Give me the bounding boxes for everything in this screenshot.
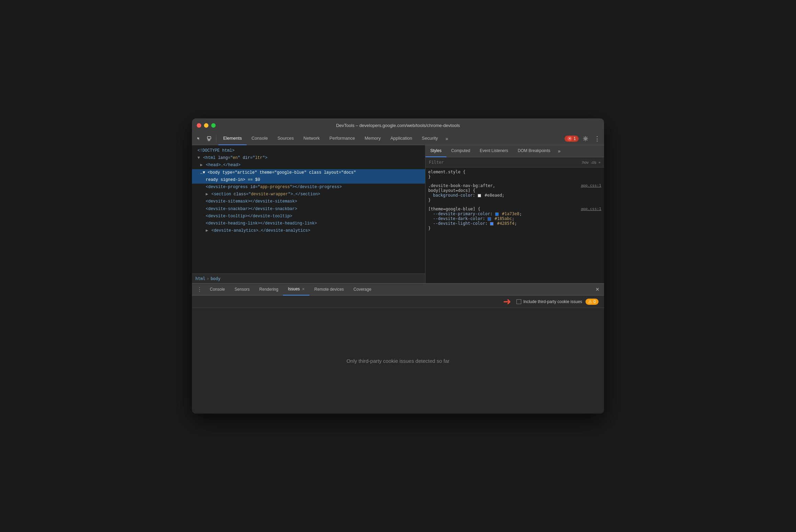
tab-more-button[interactable]: » — [443, 136, 451, 141]
tab-dom-breakpoints[interactable]: DOM Breakpoints — [513, 145, 555, 157]
expand-analytics-icon[interactable] — [206, 228, 208, 233]
tab-security[interactable]: Security — [417, 132, 443, 145]
color-swatch-185abc[interactable] — [488, 217, 491, 221]
more-options-icon-button[interactable]: ⋮ — [592, 134, 602, 143]
dom-devsite-analytics[interactable]: <devsite-analytics>…</devsite-analytics> — [192, 227, 425, 234]
bottom-tabs: ⋮ Console Sensors Rendering Issues × Rem… — [192, 284, 604, 296]
tab-issues[interactable]: Issues × — [283, 284, 309, 296]
issues-empty-state: Only third-party cookie issues detected … — [192, 308, 604, 414]
close-bottom-panel-button[interactable]: × — [593, 286, 602, 293]
add-style-button[interactable]: + — [599, 160, 601, 164]
tab-console[interactable]: Console — [247, 132, 273, 145]
tab-sensors[interactable]: Sensors — [230, 284, 254, 296]
minimize-traffic-light[interactable] — [204, 123, 208, 128]
error-count-badge[interactable]: ✕ 1 — [565, 136, 579, 142]
warning-count-badge: ⚠ 0 — [585, 299, 599, 305]
window-title: DevTools – developers.google.com/web/too… — [336, 123, 460, 128]
error-count: 1 — [573, 136, 576, 141]
dom-body[interactable]: …▼ <body type="article" theme="google-bl… — [192, 169, 425, 176]
devtools-container: Elements Console Sources Network Perform… — [192, 132, 604, 414]
tab-sources[interactable]: Sources — [273, 132, 299, 145]
dom-html[interactable]: <html lang="en" dir="ltr"> — [192, 154, 425, 162]
color-swatch-4285f4[interactable] — [490, 222, 493, 225]
title-bar: DevTools – developers.google.com/web/too… — [192, 118, 604, 132]
expand-html-icon[interactable] — [197, 155, 200, 160]
inspect-icon-button[interactable] — [194, 134, 204, 143]
tab-performance[interactable]: Performance — [325, 132, 360, 145]
traffic-lights — [197, 123, 216, 128]
tab-network[interactable]: Network — [299, 132, 325, 145]
arrow-indicator-icon: ➜ — [503, 296, 511, 307]
error-x-icon: ✕ — [567, 136, 572, 141]
styles-tabs: Styles Computed Event Listeners DOM Brea… — [425, 145, 604, 157]
maximize-traffic-light[interactable] — [211, 123, 216, 128]
dom-tree[interactable]: <!DOCTYPE html> <html lang="en" dir="ltr… — [192, 145, 425, 274]
styles-filter-actions: :hov .cls + — [581, 160, 601, 164]
svg-rect-0 — [207, 137, 211, 139]
css-source-app2[interactable]: app.css:1 — [581, 207, 601, 211]
dom-devsite-tooltip[interactable]: <devsite-tooltip></devsite-tooltip> — [192, 213, 425, 220]
bottom-tab-menu-icon[interactable]: ⋮ — [194, 286, 205, 293]
tab-memory[interactable]: Memory — [360, 132, 386, 145]
styles-content: element.style { } app.css:1 .devsite-boo… — [425, 167, 604, 283]
svg-rect-1 — [208, 139, 210, 141]
dom-head[interactable]: <head>…</head> — [192, 162, 425, 169]
dom-devsite-sitemask[interactable]: <devsite-sitemask></devsite-sitemask> — [192, 198, 425, 205]
tab-computed[interactable]: Computed — [446, 145, 475, 157]
main-content: <!DOCTYPE html> <html lang="en" dir="ltr… — [192, 145, 604, 283]
devtools-toolbar: Elements Console Sources Network Perform… — [192, 132, 604, 145]
color-swatch-e8eaed[interactable] — [478, 194, 481, 197]
styles-panel: Styles Computed Event Listeners DOM Brea… — [425, 145, 604, 283]
issues-toolbar: ➜ Include third-party cookie issues ⚠ 0 — [192, 296, 604, 308]
dom-devsite-progress[interactable]: <devsite-progress id="app-progress"></de… — [192, 184, 425, 191]
dom-section[interactable]: <section class="devsite-wrapper">…</sect… — [192, 191, 425, 198]
dom-devsite-heading-link[interactable]: <devsite-heading-link></devsite-heading-… — [192, 220, 425, 227]
css-source-app1[interactable]: app.css:1 — [581, 183, 601, 188]
dom-doctype: <!DOCTYPE html> — [192, 147, 425, 154]
devtools-window: DevTools – developers.google.com/web/too… — [192, 118, 604, 414]
close-issues-tab-icon[interactable]: × — [302, 287, 305, 291]
tab-application[interactable]: Application — [386, 132, 417, 145]
hov-filter-button[interactable]: :hov — [581, 160, 589, 164]
third-party-cookie-checkbox[interactable] — [516, 299, 521, 304]
toolbar-right: ✕ 1 ⋮ — [565, 134, 602, 143]
breadcrumb-body[interactable]: body — [211, 276, 220, 281]
expand-head-icon[interactable] — [200, 163, 203, 167]
tab-coverage[interactable]: Coverage — [349, 284, 376, 296]
color-swatch-1a73e8[interactable] — [495, 212, 499, 216]
dom-body-attr: ready signed-in> == $0 — [192, 176, 425, 184]
tab-console-bottom[interactable]: Console — [205, 284, 230, 296]
device-toolbar-icon-button[interactable] — [204, 134, 214, 143]
css-rule-theme-google-blue: app.css:1 [theme=google-blue] { --devsit… — [428, 207, 601, 231]
tab-event-listeners[interactable]: Event Listeners — [475, 145, 513, 157]
styles-filter-input[interactable] — [429, 160, 578, 165]
styles-tab-more[interactable]: » — [555, 148, 563, 154]
close-traffic-light[interactable] — [197, 123, 201, 128]
svg-point-2 — [585, 138, 587, 139]
expand-section-icon[interactable] — [206, 192, 208, 197]
dom-devsite-snackbar[interactable]: <devsite-snackbar></devsite-snackbar> — [192, 206, 425, 213]
tab-rendering[interactable]: Rendering — [254, 284, 283, 296]
toolbar-separator — [216, 135, 216, 142]
tab-styles[interactable]: Styles — [425, 145, 446, 157]
css-rule-devsite-book-nav: app.css:1 .devsite-book-nav-bg:after, bo… — [428, 183, 601, 203]
main-tab-nav: Elements Console Sources Network Perform… — [218, 132, 451, 145]
breadcrumb-html[interactable]: html — [195, 276, 205, 281]
breadcrumb-bar: html › body — [192, 274, 425, 283]
cls-filter-button[interactable]: .cls — [591, 160, 596, 164]
tab-elements[interactable]: Elements — [218, 132, 247, 145]
dom-panel: <!DOCTYPE html> <html lang="en" dir="ltr… — [192, 145, 425, 283]
bottom-panel: ⋮ Console Sensors Rendering Issues × Rem… — [192, 283, 604, 414]
styles-filter-bar: :hov .cls + — [425, 157, 604, 167]
tab-remote-devices[interactable]: Remote devices — [309, 284, 349, 296]
css-rule-element-style: element.style { } — [428, 170, 601, 179]
third-party-cookie-checkbox-label[interactable]: Include third-party cookie issues — [516, 299, 582, 304]
settings-icon-button[interactable] — [581, 134, 590, 143]
